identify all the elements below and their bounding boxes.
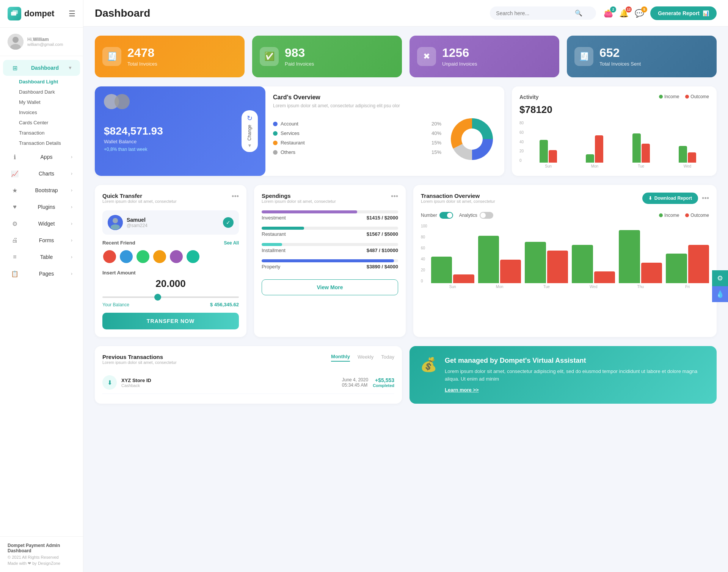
settings-float-button[interactable]: ⚙ [712,270,728,286]
svg-point-8 [113,218,118,223]
spendings-card: Spendings Lorem ipsum dolor sit amet, co… [254,185,406,337]
tx-dots-menu[interactable]: ••• [702,194,709,202]
hamburger-icon[interactable]: ☰ [69,9,75,18]
label-others: Others [281,149,428,155]
tx-info: XYZ Store ID Cashback [121,378,337,388]
chat-badge: 5 [641,6,647,13]
download-report-button[interactable]: ⬇ Download Report [642,193,698,204]
cards-overview-section: Card's Overview Lorem ipsum dolor sit am… [265,86,504,176]
submenu-transaction-details[interactable]: Transaction Details [15,138,83,148]
spendings-dots-menu[interactable]: ••• [391,193,398,201]
submenu-transaction[interactable]: Transaction [15,128,83,138]
tx-overview-desc: Lorem ipsum dolor sit amet, consectetur [421,199,495,204]
x-label-thu-tx: Thu [619,285,662,289]
search-input[interactable] [496,10,572,16]
submenu-my-wallet[interactable]: My Wallet [15,97,83,107]
dashboard-icon: ⊞ [11,64,19,72]
bar-sun-income [540,140,548,163]
tx-amount: +$5,553 [373,377,394,383]
submenu-dashboard-dark[interactable]: Dashboard Dark [15,87,83,97]
submenu-dashboard-light[interactable]: Dashboard Light [15,77,83,87]
va-content: 💰 Get managed by Dompet's Virtual Assist… [420,357,706,393]
bar-sun-outcome-tx [453,274,474,283]
chat-icon-btn[interactable]: 💬 5 [635,9,644,18]
stat-card-sent: 🧾 652 Total Invoices Sent [567,36,717,77]
tab-today[interactable]: Today [381,354,394,361]
chevron-right-icon: › [71,154,72,160]
nav-item-apps[interactable]: ℹ Apps › [3,149,80,165]
nav-item-dashboard[interactable]: ⊞ Dashboard ▼ [3,60,80,76]
wallet-change: +0,8% than last week [104,147,256,152]
right-float-buttons: ⚙ 💧 [712,270,728,302]
wallet-badge: 2 [610,6,616,13]
number-toggle[interactable] [439,212,453,219]
spending-property: Property $3890 / $4000 [262,259,398,270]
bar-group-sun [527,121,570,163]
nav-item-bootstrap[interactable]: ★ Bootstrap › [3,182,80,198]
nav-item-forms[interactable]: 🖨 Forms › [3,232,80,248]
nav-label-plugins: Plugins [38,204,55,210]
spending-investment: Investment $1415 / $2000 [262,210,398,221]
stat-label-sent: Total Invoices Sent [599,61,641,67]
wallet-icon-btn[interactable]: 👛 2 [604,9,613,18]
bar-group-mon [573,121,616,163]
nav-item-charts[interactable]: 📈 Charts › [3,166,80,182]
refresh-icon: ↻ [247,114,253,122]
analytics-toggle-label: Analytics [459,213,477,218]
nav-item-pages[interactable]: 📋 Pages › [3,266,80,282]
label-account: Account [281,121,428,127]
amount-display: 20.000 [102,278,239,290]
dashboard-submenu: Dashboard Light Dashboard Dark My Wallet… [0,77,83,148]
bar-chart-icon: 📊 [703,10,709,16]
bar-fri-outcome-tx [688,245,709,283]
see-all-link[interactable]: See All [224,240,239,246]
spending-installment: Installment $487 / $10000 [262,243,398,253]
nav-item-widget[interactable]: ⚙ Widget › [3,216,80,232]
analytics-toggle[interactable] [480,212,493,219]
stat-number-unpaid: 1256 [442,46,477,60]
tx-overview-title: Transaction Overview [421,193,495,199]
main-content: Dashboard 🔍 👛 2 🔔 12 💬 5 Generate Report… [83,0,728,572]
tx-name: XYZ Store ID [121,378,337,383]
generate-report-button[interactable]: Generate Report 📊 [650,6,717,20]
circle2 [115,94,130,109]
bell-icon-btn[interactable]: 🔔 12 [619,9,629,18]
tab-weekly[interactable]: Weekly [358,354,373,361]
outcome-legend: Outcome [685,94,709,99]
search-icon: 🔍 [575,9,582,17]
prev-tx-title: Previous Transactions [102,354,177,360]
insert-label: Insert Amount [102,270,239,276]
toggle-knob-analytics [480,213,486,218]
activity-chart: 0 20 40 60 80 [519,121,709,168]
nav-item-plugins[interactable]: ♥ Plugins › [3,199,80,215]
nav-item-table[interactable]: ≡ Table › [3,249,80,265]
charts-icon: 📈 [11,169,19,178]
wallet-details: $824,571.93 Wallet Balance +0,8% than la… [104,124,256,152]
stat-info-sent: 652 Total Invoices Sent [599,46,641,67]
submenu-cards-center[interactable]: Cards Center [15,118,83,128]
transfer-now-button[interactable]: TRANSFER NOW [102,313,239,329]
stat-number-total: 2478 [127,46,157,60]
bar-wed-outcome-tx [594,271,615,283]
bar-group-wed-tx [572,245,615,283]
submenu-invoices[interactable]: Invoices [15,107,83,118]
stat-info-unpaid: 1256 Unpaid Invoices [442,46,477,67]
nav-label-charts: Charts [39,171,54,177]
bar-tue-income [632,133,641,163]
pie-chart [447,114,497,165]
y-axis-activity: 0 20 40 60 80 [519,121,525,163]
spending-installment-labels: Installment $487 / $10000 [262,248,398,253]
amount-slider[interactable] [102,296,239,298]
stat-icon-paid: ✅ [260,47,279,66]
wallet-change-button[interactable]: ↻ Change ▼ [242,110,258,152]
installment-label: Installment [262,248,286,253]
tab-monthly[interactable]: Monthly [331,354,350,362]
va-learn-more-link[interactable]: Learn more >> [445,387,479,393]
qt-dots-menu[interactable]: ••• [232,193,239,201]
footer-made: Made with ❤ by DesignZone [8,561,75,566]
bar-thu-income-tx [619,230,640,283]
water-float-button[interactable]: 💧 [712,286,728,302]
bar-group-thu-tx [619,230,662,283]
stat-info-total: 2478 Total Invoices [127,46,157,67]
view-more-button[interactable]: View More [262,279,398,295]
